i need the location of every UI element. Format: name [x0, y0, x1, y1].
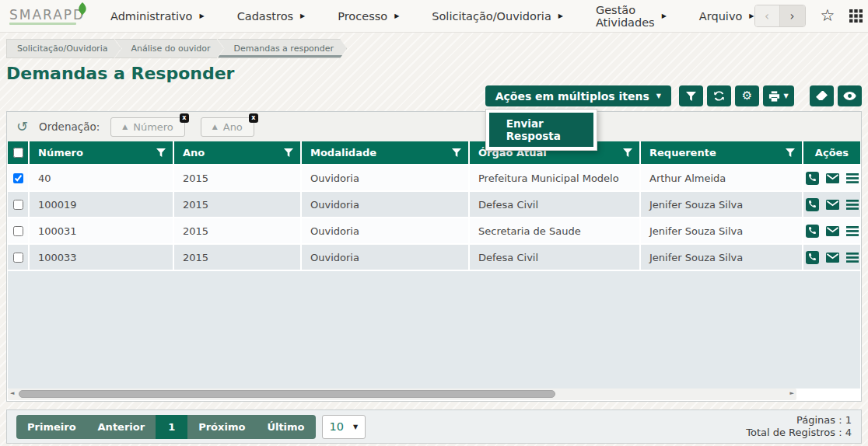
current-page-button[interactable]: 1	[156, 415, 187, 439]
row-checkbox[interactable]	[13, 253, 23, 263]
cell-ano: 2015	[174, 192, 300, 217]
total-records-info: Total de Registros : 4	[746, 427, 852, 439]
menu-gestao-atividades[interactable]: Gestão Atividades ▶	[596, 4, 667, 29]
logo-text: SMARAPD	[9, 8, 84, 22]
cell-orgao-atual: Prefeitura Municipal Modelo	[470, 166, 639, 190]
row-checkbox-cell	[8, 245, 28, 270]
scroll-right-icon[interactable]: ►	[790, 390, 794, 396]
row-checkbox[interactable]	[13, 173, 23, 183]
row-checkbox[interactable]	[13, 200, 23, 210]
table-row: 1000312015OuvidoriaSecretaria de SaudeJe…	[8, 218, 860, 243]
refresh-button[interactable]	[707, 85, 731, 106]
page-title: Demandas a Responder	[6, 64, 868, 83]
filter-funnel-icon[interactable]	[623, 148, 632, 157]
main-menu: Administrativo ▶ Cadastros ▶ Processo ▶ …	[110, 4, 754, 29]
sort-asc-icon: ▲	[122, 123, 128, 131]
favorites-star-icon[interactable]: ☆	[821, 8, 835, 24]
cell-numero: 100019	[30, 192, 173, 217]
records-summary: Páginas : 1 Total de Registros : 4	[746, 414, 852, 439]
row-actions	[803, 245, 860, 270]
sort-bar: ↺ Ordenação: ▲ Número x ▲ Ano x	[7, 112, 861, 141]
phone-icon[interactable]	[806, 172, 819, 185]
multi-actions-dropdown: Enviar Resposta	[485, 109, 597, 151]
apps-grid-icon[interactable]	[849, 9, 863, 23]
column-header-requerente[interactable]: Requerente	[641, 141, 802, 164]
page-size-select[interactable]: 10 ▼	[322, 415, 366, 439]
remove-sort-icon[interactable]: x	[249, 113, 258, 123]
phone-icon[interactable]	[806, 225, 819, 238]
cell-ano: 2015	[174, 218, 300, 243]
print-button[interactable]: ▼	[763, 85, 794, 106]
column-header-ano[interactable]: Ano	[174, 141, 300, 164]
envelope-icon[interactable]	[826, 173, 839, 183]
remove-sort-icon[interactable]: x	[180, 113, 189, 123]
scroll-left-icon[interactable]: ◄	[10, 390, 14, 396]
cell-orgao-atual: Defesa Civil	[470, 192, 639, 217]
chevron-right-icon: ▶	[558, 12, 563, 19]
cell-requerente: Jenifer Souza Silva	[641, 245, 802, 270]
cell-modalidade: Ouvidoria	[302, 218, 468, 243]
row-checkbox[interactable]	[13, 226, 23, 236]
table-header-row: Número Ano Modalidade Órgão Atual	[8, 141, 860, 164]
sort-chip-numero[interactable]: ▲ Número x	[110, 117, 185, 137]
cell-orgao-atual: Defesa Civil	[470, 245, 639, 270]
view-button[interactable]	[838, 85, 862, 106]
nav-forward-button[interactable]: ›	[780, 5, 805, 26]
horizontal-scrollbar: ◄ ►	[8, 389, 860, 400]
select-all-checkbox[interactable]	[13, 148, 23, 158]
filter-funnel-icon[interactable]	[452, 148, 461, 157]
filter-button[interactable]	[679, 85, 703, 106]
filter-funnel-icon[interactable]	[284, 148, 293, 157]
send-response-menu-item[interactable]: Enviar Resposta	[489, 113, 593, 147]
breadcrumb: Solicitação/Ouvidoria Análise do ouvidor…	[6, 39, 868, 58]
multi-actions-button[interactable]: Ações em múltiplos itens ▼	[485, 85, 671, 106]
nav-back-button[interactable]: ‹	[755, 5, 780, 26]
filter-funnel-icon[interactable]	[786, 148, 795, 157]
menu-icon[interactable]	[846, 173, 859, 183]
toolbar: Ações em múltiplos itens ▼ Enviar Respos…	[0, 85, 862, 106]
envelope-icon[interactable]	[826, 200, 839, 210]
menu-solicitacao-ouvidoria[interactable]: Solicitação/Ouvidoria ▶	[432, 10, 563, 23]
phone-icon[interactable]	[806, 251, 819, 264]
phone-icon[interactable]	[806, 198, 819, 211]
scrollbar-track[interactable]: ◄ ►	[8, 389, 796, 400]
select-all-cell	[8, 141, 28, 164]
cell-numero: 40	[30, 166, 173, 190]
menu-arquivo[interactable]: Arquivo ▶	[699, 10, 754, 23]
envelope-icon[interactable]	[826, 226, 839, 236]
chevron-right-icon: ▶	[300, 12, 305, 19]
previous-page-button[interactable]: Anterior	[87, 415, 156, 439]
first-page-button[interactable]: Primeiro	[16, 415, 87, 439]
filter-funnel-icon[interactable]	[156, 148, 166, 157]
pagination-buttons: Primeiro Anterior 1 Próximo Último	[16, 415, 316, 439]
menu-administrativo[interactable]: Administrativo ▶	[110, 10, 205, 23]
envelope-icon[interactable]	[826, 253, 839, 263]
app-logo[interactable]: SMARAPD	[9, 8, 84, 25]
menu-icon[interactable]	[846, 253, 859, 263]
breadcrumb-analise-do-ouvidor[interactable]: Análise do ouvidor	[114, 39, 223, 58]
reset-sort-icon[interactable]: ↺	[16, 120, 28, 134]
logo-tagline	[9, 23, 76, 25]
menu-processo[interactable]: Processo ▶	[338, 10, 399, 23]
column-header-numero[interactable]: Número	[30, 141, 173, 164]
breadcrumb-solicitacao-ouvidoria[interactable]: Solicitação/Ouvidoria	[6, 39, 121, 58]
pages-info: Páginas : 1	[746, 414, 852, 427]
column-header-modalidade[interactable]: Modalidade	[302, 141, 468, 164]
clear-filters-button[interactable]	[810, 85, 834, 106]
chevron-right-icon: ▶	[662, 12, 667, 19]
last-page-button[interactable]: Último	[256, 415, 315, 439]
sort-chip-ano[interactable]: ▲ Ano x	[201, 117, 254, 137]
row-actions	[803, 218, 860, 243]
menu-cadastros[interactable]: Cadastros ▶	[237, 10, 306, 23]
cell-modalidade: Ouvidoria	[302, 245, 468, 270]
cell-numero: 100033	[30, 245, 173, 270]
sort-label: Ordenação:	[39, 120, 100, 133]
next-page-button[interactable]: Próximo	[187, 415, 256, 439]
scrollbar-thumb[interactable]	[19, 390, 555, 398]
menu-icon[interactable]	[846, 226, 859, 236]
menu-icon[interactable]	[846, 200, 859, 210]
settings-button[interactable]: ⚙	[735, 85, 759, 106]
history-pager: ‹ ›	[754, 5, 806, 27]
breadcrumb-demandas-a-responder[interactable]: Demandas a responder	[218, 39, 348, 58]
cell-requerente: Jenifer Souza Silva	[641, 192, 802, 217]
